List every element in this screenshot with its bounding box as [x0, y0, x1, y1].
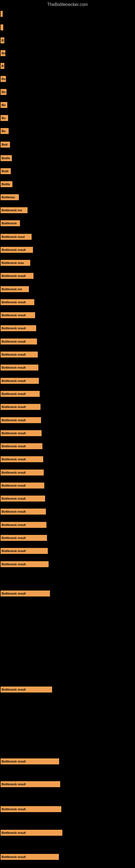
- bar-row: Bottleneck result: [1, 404, 41, 410]
- bar-label: Bottleneck result: [1, 443, 42, 449]
- bar-label: Bottleneck result: [1, 312, 35, 318]
- bar-label: Bottleneck result: [1, 561, 49, 567]
- bar-row: Bottleneck result: [1, 561, 49, 567]
- bar-row: Bo: [1, 102, 7, 108]
- bar-label: Bottleneck result: [1, 686, 52, 692]
- bar-label: Bottleneck result: [1, 854, 59, 860]
- bar-row: Bottleneck result: [1, 781, 60, 787]
- bar-label: Bottleneck result: [1, 247, 33, 253]
- bar-row: Bottleneck res: [1, 286, 29, 292]
- bar-row: Bottleneck result: [1, 299, 34, 305]
- bar-label: Bottleneck result: [1, 522, 46, 528]
- bar-label: Bo: [1, 76, 6, 82]
- bar-row: Bottleneck result: [1, 391, 40, 397]
- bar-label: Bottleneck res: [1, 286, 29, 292]
- bar-row: Bottleneck result: [1, 430, 42, 436]
- bar-row: Bottleneck result: [1, 378, 39, 384]
- bar-label: Bottleneck result: [1, 378, 39, 384]
- bar-label: Bott: [1, 142, 10, 148]
- bar-label: Bo: [1, 89, 6, 95]
- bar-label: Bottleneck resul: [1, 234, 32, 240]
- bar-row: Bo: [1, 128, 9, 134]
- bar-label: Bottleneck result: [1, 781, 60, 787]
- bar-row: Bottleneck res: [1, 207, 28, 213]
- bar-row: Bottleneck result: [1, 590, 50, 596]
- bar-label: Bottleneck result: [1, 535, 47, 541]
- bar-row: Bottleneck result: [1, 339, 37, 344]
- bar-row: Bottleneck result: [1, 351, 38, 358]
- bar-label: [1, 24, 3, 30]
- bar-label: Bottleneck res: [1, 207, 28, 213]
- bar-label: Bottleneck result: [1, 391, 40, 397]
- bar-label: Bottlenec: [1, 194, 19, 200]
- bar-row: [1, 11, 3, 17]
- bar-row: Bottleneck result: [1, 312, 35, 318]
- bar-label: Bottleneck result: [1, 508, 46, 515]
- bar-row: Bottle: [1, 181, 12, 187]
- bar-row: Bottleneck resu: [1, 260, 30, 266]
- bar-row: Bottleneck resul: [1, 234, 32, 240]
- site-title: TheBottlenecker.com: [0, 0, 135, 8]
- bar-row: Bo: [1, 115, 8, 121]
- bar-row: Bottleneck: [1, 220, 20, 226]
- bar-row: Bottleneck result: [1, 806, 61, 812]
- bar-label: Bottleneck result: [1, 758, 59, 764]
- bar-row: Bottleneck result: [1, 273, 34, 279]
- bar-row: Bottl: [1, 168, 11, 174]
- bar-row: Bottleneck result: [1, 469, 44, 475]
- bar-row: Bottleneck result: [1, 325, 36, 331]
- bar-row: Bottleneck result: [1, 854, 59, 860]
- bar-row: Bottlenec: [1, 194, 19, 200]
- bar-label: Bo: [1, 115, 8, 121]
- bar-row: Bottleneck result: [1, 830, 62, 836]
- bar-label: Bottleneck result: [1, 496, 45, 501]
- bar-label: Bottleneck result: [1, 590, 50, 596]
- bar-row: B: [1, 37, 4, 43]
- bar-label: Bottl: [1, 168, 11, 174]
- bar-label: B: [1, 37, 4, 43]
- bar-label: Bottleneck result: [1, 273, 34, 279]
- bar-label: B: [1, 63, 4, 69]
- bar-label: Bottleneck result: [1, 483, 44, 489]
- bar-label: Bottleneck resu: [1, 260, 30, 266]
- bar-label: Bottleneck result: [1, 469, 44, 475]
- bar-label: [1, 11, 3, 17]
- bar-label: Bottleneck result: [1, 339, 37, 344]
- bar-label: Bottleneck result: [1, 548, 48, 554]
- bar-label: Bo: [1, 50, 5, 56]
- bar-row: Bottleneck result: [1, 443, 42, 449]
- bar-label: Bottleneck result: [1, 404, 41, 410]
- bar-row: Bottleneck result: [1, 247, 33, 253]
- bar-row: Bottleneck result: [1, 417, 41, 423]
- bar-row: Bottleneck result: [1, 758, 59, 764]
- bar-row: Bott: [1, 142, 10, 148]
- bar-row: Bottleneck result: [1, 522, 46, 528]
- bar-row: Bo: [1, 76, 6, 82]
- bar-label: Bottleneck result: [1, 325, 36, 331]
- bar-row: Bottle: [1, 155, 12, 161]
- bar-row: Bottleneck result: [1, 483, 44, 489]
- bar-row: Bottleneck result: [1, 508, 46, 515]
- bar-label: Bo: [1, 128, 9, 134]
- bar-label: Bottleneck result: [1, 830, 62, 836]
- bar-row: Bo: [1, 50, 5, 56]
- bar-label: Bottleneck result: [1, 365, 38, 371]
- bar-row: Bottleneck result: [1, 535, 47, 541]
- bar-label: Bottleneck result: [1, 456, 43, 462]
- bar-label: Bottle: [1, 155, 12, 161]
- bar-row: Bottleneck result: [1, 365, 38, 371]
- bar-label: Bottleneck result: [1, 299, 34, 305]
- bar-row: [1, 24, 3, 30]
- bar-label: Bottleneck result: [1, 351, 38, 358]
- bar-label: Bottle: [1, 181, 12, 187]
- bar-label: Bottleneck: [1, 220, 20, 226]
- bar-label: Bo: [1, 102, 7, 108]
- bar-label: Bottleneck result: [1, 417, 41, 423]
- bar-label: Bottleneck result: [1, 806, 61, 812]
- bar-row: Bo: [1, 89, 6, 95]
- bar-row: Bottleneck result: [1, 686, 52, 692]
- bar-row: B: [1, 63, 4, 69]
- bar-row: Bottleneck result: [1, 548, 48, 554]
- bar-row: Bottleneck result: [1, 496, 45, 501]
- bar-label: Bottleneck result: [1, 430, 42, 436]
